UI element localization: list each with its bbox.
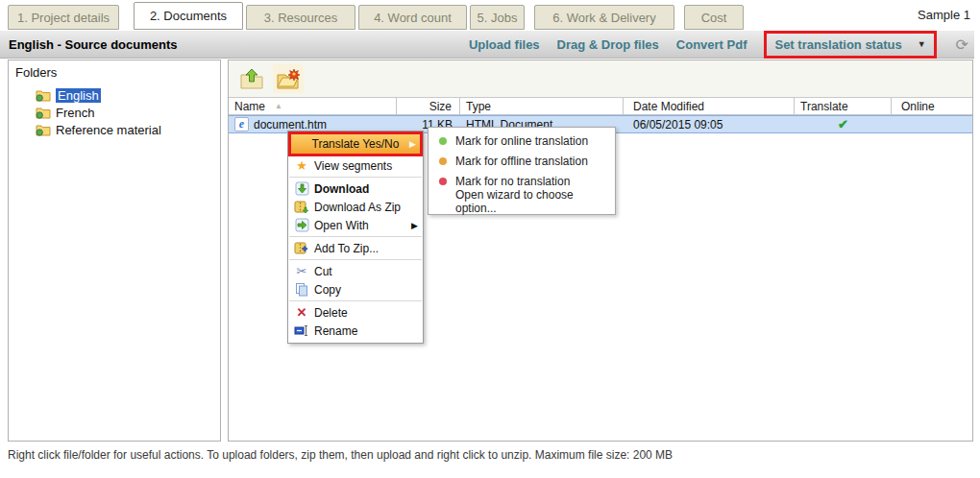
files-toolbar [229, 60, 972, 98]
shared-folder-icon [36, 89, 51, 102]
column-header-online[interactable]: Online [892, 98, 972, 114]
tab-work-delivery[interactable]: 6. Work & Delivery [534, 5, 674, 30]
open-with-arrow-icon [293, 218, 310, 232]
menu-item-download[interactable]: Download [288, 179, 423, 198]
refresh-icon[interactable]: ⟳ [954, 36, 970, 54]
upload-files-button[interactable]: Upload files [469, 37, 540, 52]
folders-panel-title: Folders [9, 60, 220, 86]
folder-item-french[interactable]: French [9, 104, 220, 121]
app-window: 1. Project details 2. Documents 3. Resou… [0, 0, 980, 478]
column-header-type[interactable]: Type [460, 98, 624, 114]
no-dot-spacer [439, 198, 447, 205]
green-dot-icon [439, 137, 447, 145]
zip-add-icon [293, 241, 310, 255]
column-header-size[interactable]: Size [397, 98, 460, 114]
shared-folder-icon [36, 107, 51, 119]
orange-dot-icon [439, 157, 447, 165]
menu-item-cut[interactable]: ✂ Cut [288, 262, 423, 280]
folder-label: Reference material [56, 123, 161, 137]
menu-item-download-as-zip[interactable]: Download As Zip [288, 198, 423, 216]
tab-cost[interactable]: Cost [684, 5, 744, 30]
annotation-set-translation-status-box: Set translation status ▼ [764, 31, 936, 59]
new-folder-icon[interactable] [273, 64, 304, 93]
submenu-item-mark-online[interactable]: Mark for online translation [429, 131, 615, 151]
check-icon: ✔ [838, 117, 848, 131]
rename-field-icon [293, 324, 310, 337]
menu-separator [289, 300, 422, 301]
menu-item-delete[interactable]: ✕ Delete [288, 303, 423, 322]
tab-word-count[interactable]: 4. Word count [358, 5, 467, 30]
copy-pages-icon [293, 282, 310, 297]
red-dot-icon [439, 178, 447, 185]
menu-item-view-segments[interactable]: ★ View segments [288, 156, 423, 175]
online-status-cell [892, 116, 972, 132]
html-file-icon: e [234, 117, 249, 131]
sample-label: Sample 1 [918, 8, 970, 22]
menu-item-copy[interactable]: Copy [288, 280, 423, 299]
folders-panel: Folders English French Reference materia… [8, 60, 221, 442]
scissors-icon: ✂ [293, 264, 310, 278]
header-actions: Upload files Drag & Drop files Convert P… [469, 31, 974, 59]
menu-item-add-to-zip[interactable]: Add To Zip... [288, 239, 423, 257]
menu-item-rename[interactable]: Rename [288, 322, 423, 340]
menu-separator [289, 259, 422, 260]
tab-project-details[interactable]: 1. Project details [8, 5, 119, 30]
submenu-arrow-icon: ▶ [409, 139, 416, 149]
column-header-date-modified[interactable]: Date Modified [624, 98, 795, 114]
context-menu: Translate Yes/No ▶ ★ View segments Downl… [287, 131, 424, 344]
convert-pdf-button[interactable]: Convert Pdf [676, 37, 747, 52]
submenu-item-mark-offline[interactable]: Mark for offline translation [429, 151, 615, 171]
footer-hint: Right click file/folder for useful actio… [8, 448, 673, 462]
tab-bar: 1. Project details 2. Documents 3. Resou… [0, 0, 980, 30]
zip-download-icon [293, 200, 310, 214]
submenu-item-open-wizard[interactable]: Open wizard to choose option... [429, 191, 615, 211]
shared-folder-icon [36, 124, 51, 136]
star-icon: ★ [293, 158, 310, 173]
page-title: English - Source documents [0, 37, 178, 52]
translate-submenu: Mark for online translation Mark for off… [428, 127, 616, 215]
menu-separator [289, 236, 422, 237]
section-header-bar: English - Source documents Upload files … [0, 31, 974, 59]
file-date-cell: 06/05/2015 09:05 [624, 116, 795, 132]
tab-documents[interactable]: 2. Documents [134, 2, 243, 30]
folder-label: English [56, 88, 101, 103]
menu-separator [289, 177, 422, 178]
column-header-name[interactable]: Name ▲ [229, 98, 397, 114]
column-header-translate[interactable]: Translate [795, 98, 892, 114]
tab-jobs[interactable]: 5. Jobs [470, 5, 525, 30]
upload-to-parent-folder-icon[interactable] [236, 64, 267, 93]
table-header: Name ▲ Size Type Date Modified Translate… [229, 98, 972, 115]
folder-item-reference-material[interactable]: Reference material [9, 121, 220, 138]
translate-status-cell: ✔ [795, 116, 892, 132]
delete-x-icon: ✕ [293, 305, 310, 320]
chevron-down-icon[interactable]: ▼ [918, 39, 926, 49]
drag-drop-files-button[interactable]: Drag & Drop files [557, 37, 659, 52]
submenu-arrow-icon: ▶ [411, 221, 418, 230]
download-arrow-icon [293, 181, 310, 196]
set-translation-status-button[interactable]: Set translation status [774, 37, 901, 52]
tab-resources[interactable]: 3. Resources [246, 5, 355, 30]
menu-item-open-with[interactable]: Open With ▶ [288, 216, 423, 234]
folder-label: French [56, 106, 94, 120]
menu-item-translate-yes-no[interactable]: Translate Yes/No ▶ [288, 131, 423, 156]
sort-asc-icon: ▲ [275, 102, 282, 110]
folder-item-english[interactable]: English [9, 86, 220, 104]
